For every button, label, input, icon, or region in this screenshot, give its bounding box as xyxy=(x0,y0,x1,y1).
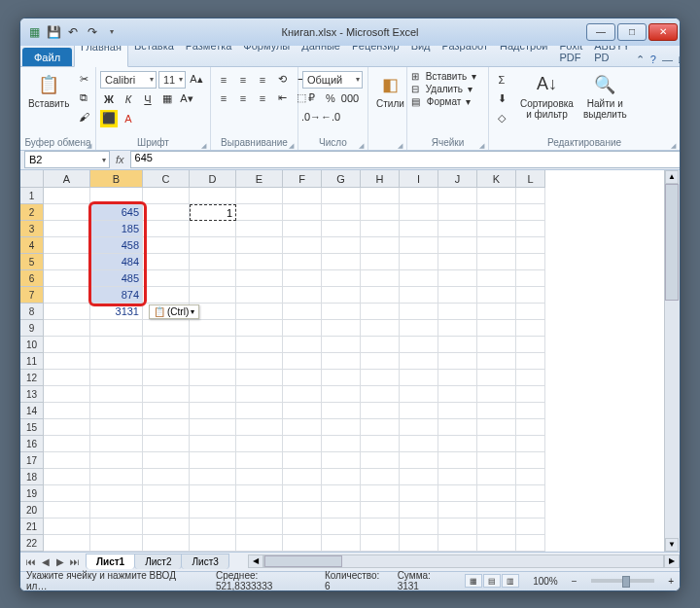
cell[interactable] xyxy=(190,535,236,552)
cell[interactable] xyxy=(477,419,516,436)
cell[interactable] xyxy=(400,502,438,519)
cell[interactable] xyxy=(438,469,477,485)
scroll-left-button[interactable]: ◀ xyxy=(248,554,263,568)
cell[interactable] xyxy=(438,221,477,237)
cell[interactable] xyxy=(190,287,236,304)
row-header[interactable]: 7 xyxy=(20,287,44,304)
cell[interactable] xyxy=(90,370,143,386)
cell[interactable] xyxy=(438,254,477,270)
cell[interactable] xyxy=(236,403,283,419)
select-all-corner[interactable] xyxy=(20,170,44,188)
cell[interactable] xyxy=(361,419,400,436)
cell[interactable] xyxy=(90,188,143,204)
cell[interactable] xyxy=(322,188,361,204)
cell[interactable] xyxy=(361,519,400,535)
cell[interactable] xyxy=(361,270,400,287)
cell[interactable] xyxy=(322,535,361,552)
cell[interactable] xyxy=(236,452,283,469)
cell[interactable] xyxy=(190,370,236,386)
cell[interactable]: 874 xyxy=(90,287,143,304)
cell[interactable] xyxy=(44,188,90,204)
zoom-out-button[interactable]: − xyxy=(572,576,578,587)
copy-icon[interactable]: ⧉ xyxy=(75,89,92,107)
align-right-icon[interactable]: ≡ xyxy=(254,89,271,107)
cell[interactable] xyxy=(44,519,90,535)
cell[interactable]: 1 xyxy=(190,204,236,221)
cell[interactable] xyxy=(283,485,322,502)
cell[interactable] xyxy=(477,270,516,287)
cell[interactable] xyxy=(90,337,143,353)
cell[interactable] xyxy=(477,353,516,370)
view-normal-button[interactable]: ▦ xyxy=(465,574,482,588)
cell[interactable] xyxy=(438,485,477,502)
cell[interactable] xyxy=(361,436,400,452)
cell[interactable] xyxy=(361,337,400,353)
workbook-restore-icon[interactable]: □ xyxy=(679,54,681,65)
cell[interactable] xyxy=(400,188,438,204)
cell[interactable] xyxy=(516,353,545,370)
cell[interactable] xyxy=(236,353,283,370)
row-header[interactable]: 3 xyxy=(20,221,44,237)
cell[interactable] xyxy=(477,403,516,419)
cell[interactable] xyxy=(190,353,236,370)
cell[interactable] xyxy=(438,386,477,403)
cell[interactable] xyxy=(190,419,236,436)
cell[interactable] xyxy=(400,320,438,337)
cell[interactable] xyxy=(236,419,283,436)
cell[interactable] xyxy=(400,452,438,469)
align-middle-icon[interactable]: ≡ xyxy=(234,71,252,89)
fill-icon[interactable]: ⬇ xyxy=(493,90,510,108)
sheet-nav-last[interactable]: ⏭ xyxy=(68,556,82,567)
cell[interactable] xyxy=(477,519,516,535)
cell[interactable] xyxy=(400,485,438,502)
zoom-in-button[interactable]: + xyxy=(668,576,674,587)
cell[interactable] xyxy=(477,386,516,403)
zoom-slider[interactable] xyxy=(591,579,655,583)
row-header[interactable]: 8 xyxy=(20,304,44,320)
column-header[interactable]: A xyxy=(44,170,90,188)
formula-input[interactable]: 645 xyxy=(130,151,680,168)
cell[interactable] xyxy=(90,535,143,552)
cell[interactable] xyxy=(90,436,143,452)
cell[interactable] xyxy=(400,287,438,304)
cell[interactable] xyxy=(516,419,545,436)
cell[interactable] xyxy=(236,485,283,502)
column-header[interactable]: H xyxy=(361,170,400,188)
cell[interactable] xyxy=(143,353,190,370)
cell[interactable] xyxy=(516,535,545,552)
cell[interactable] xyxy=(361,502,400,519)
cell[interactable] xyxy=(400,237,438,254)
row-header[interactable]: 9 xyxy=(20,320,44,337)
cell[interactable] xyxy=(44,386,90,403)
cell[interactable] xyxy=(90,353,143,370)
view-page-break-button[interactable]: ▥ xyxy=(502,574,519,588)
cell[interactable] xyxy=(190,485,236,502)
number-format-combo[interactable]: Общий xyxy=(302,71,363,89)
row-header[interactable]: 12 xyxy=(20,370,44,386)
column-header[interactable]: D xyxy=(190,170,236,188)
underline-icon[interactable]: Ч xyxy=(139,90,157,108)
sheet-nav-prev[interactable]: ◀ xyxy=(39,556,52,567)
cell[interactable] xyxy=(190,237,236,254)
cell[interactable] xyxy=(361,353,400,370)
cell[interactable] xyxy=(283,204,322,221)
cell[interactable] xyxy=(361,221,400,237)
cells-insert-button[interactable]: ⊞ Вставить ▾ xyxy=(411,71,476,82)
cell[interactable] xyxy=(322,270,361,287)
cell[interactable] xyxy=(283,221,322,237)
cell[interactable] xyxy=(143,337,190,353)
cell[interactable] xyxy=(236,237,283,254)
cell[interactable] xyxy=(361,304,400,320)
cell[interactable] xyxy=(283,188,322,204)
cell[interactable] xyxy=(236,469,283,485)
cell[interactable] xyxy=(44,502,90,519)
cell[interactable] xyxy=(477,188,516,204)
percent-icon[interactable]: % xyxy=(322,89,339,107)
cell[interactable] xyxy=(400,204,438,221)
cell[interactable] xyxy=(322,237,361,254)
cell[interactable] xyxy=(190,519,236,535)
cell[interactable] xyxy=(361,386,400,403)
cell[interactable] xyxy=(283,270,322,287)
cell[interactable] xyxy=(44,485,90,502)
cell[interactable] xyxy=(361,535,400,552)
